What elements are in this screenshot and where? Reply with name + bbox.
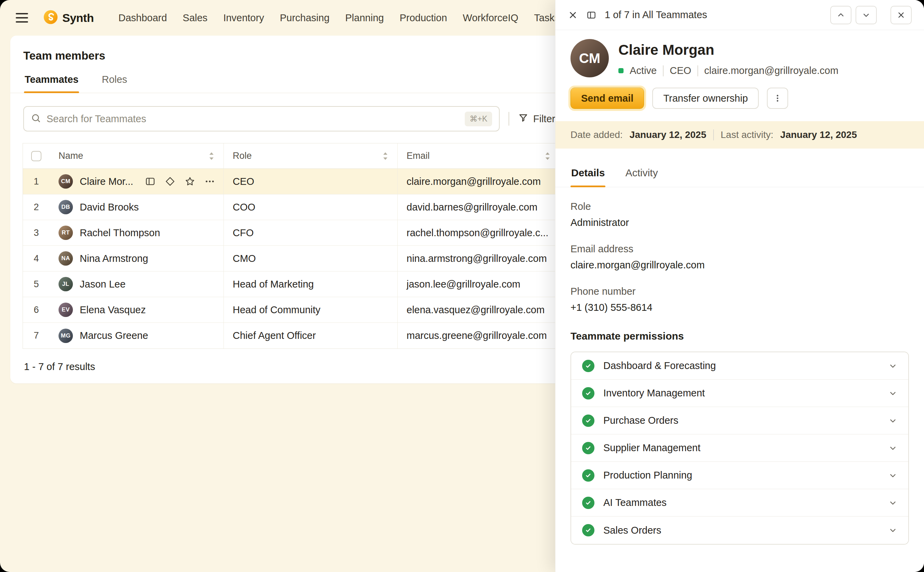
chevron-down-icon — [888, 471, 897, 480]
close-icon[interactable] — [568, 10, 578, 20]
email-cell: rachel.thompson@grillroyale.c... — [397, 220, 559, 246]
row-number: 5 — [23, 272, 50, 297]
table-row[interactable]: 2 DB David Brooks COO david.barnes@grill… — [23, 194, 559, 220]
tab-teammates[interactable]: Teammates — [24, 64, 79, 93]
star-icon[interactable] — [185, 176, 196, 187]
check-circle-icon — [582, 360, 595, 372]
send-email-button[interactable]: Send email — [570, 88, 644, 109]
previous-record-button[interactable] — [830, 6, 851, 24]
app-window: Synth Dashboard Sales Inventory Purchasi… — [0, 0, 924, 572]
table-row[interactable]: 4 NA Nina Armstrong CMO nina.armstrong@g… — [23, 246, 559, 272]
permission-item[interactable]: Inventory Management — [571, 379, 908, 407]
table-row[interactable]: 3 RT Rachel Thompson CFO rachel.thompson… — [23, 220, 559, 246]
expand-panel-icon[interactable] — [586, 10, 596, 20]
name-cell: EV Elena Vasquez — [50, 297, 224, 322]
teammate-name: Claire Mor... — [80, 176, 133, 187]
nav-item-purchasing[interactable]: Purchasing — [280, 12, 329, 23]
name-cell: DB David Brooks — [50, 194, 224, 220]
more-options-button[interactable] — [767, 88, 788, 109]
menu-icon[interactable] — [16, 13, 28, 23]
check-circle-icon — [582, 524, 595, 536]
role-cell: Chief Agent Officer — [224, 323, 397, 348]
permission-item[interactable]: Dashboard & Forecasting — [571, 352, 908, 379]
table-row[interactable]: 5 JL Jason Lee Head of Marketing jason.l… — [23, 272, 559, 297]
sort-icon[interactable] — [382, 152, 388, 160]
avatar: DB — [59, 200, 73, 214]
email-cell: nina.armstrong@grillroyale.com — [397, 246, 559, 271]
email-cell: jason.lee@grillroyale.com — [397, 272, 559, 297]
row-number: 2 — [23, 194, 50, 220]
email-text: claire.morgan@grillroyale.com — [704, 65, 839, 76]
search-input[interactable] — [47, 113, 459, 124]
diamond-icon[interactable] — [165, 176, 175, 187]
field-role: Role Administrator — [570, 201, 909, 228]
column-header-email[interactable]: Email — [397, 143, 559, 168]
panel-tabs: Details Activity — [556, 157, 924, 187]
next-record-button[interactable] — [856, 6, 877, 24]
avatar: CM — [570, 39, 609, 77]
table-row[interactable]: 1 CM Claire Mor... CEO claire.morgan@gri… — [23, 169, 559, 194]
name-cell: JL Jason Lee — [50, 272, 224, 297]
kebab-icon — [773, 93, 782, 103]
filter-button[interactable]: Filter — [518, 113, 555, 125]
tab-activity[interactable]: Activity — [624, 157, 658, 187]
tab-details[interactable]: Details — [570, 157, 606, 187]
nav-item-dashboard[interactable]: Dashboard — [118, 12, 167, 23]
chevron-down-icon — [888, 498, 897, 507]
open-panel-icon[interactable] — [145, 176, 156, 187]
table-row[interactable]: 6 EV Elena Vasquez Head of Community ele… — [23, 297, 559, 323]
teammate-detail-panel: 1 of 7 in All Teammates CM Claire Morgan… — [555, 0, 924, 572]
close-icon — [897, 11, 905, 20]
name-cell: RT Rachel Thompson — [50, 220, 224, 246]
sort-icon[interactable] — [545, 152, 551, 160]
teammate-name: Rachel Thompson — [80, 227, 160, 239]
search-box[interactable]: ⌘+K — [23, 106, 500, 131]
last-activity-value: January 12, 2025 — [780, 129, 857, 140]
transfer-ownership-button[interactable]: Transfer ownership — [652, 88, 759, 109]
table-row[interactable]: 7 MG Marcus Greene Chief Agent Officer m… — [23, 323, 559, 348]
check-circle-icon — [582, 442, 595, 454]
status-row: Active CEO claire.morgan@grillroyale.com — [618, 65, 839, 76]
teammate-name: Nina Armstrong — [80, 253, 148, 264]
permission-item[interactable]: Purchase Orders — [571, 407, 908, 434]
keyboard-shortcut-badge: ⌘+K — [465, 112, 492, 126]
permission-item[interactable]: Production Planning — [571, 462, 908, 489]
chevron-down-icon — [888, 444, 897, 452]
permissions-title: Teammate permissions — [570, 330, 909, 342]
avatar: NA — [59, 251, 73, 266]
chevron-up-icon — [836, 11, 845, 20]
check-circle-icon — [582, 415, 595, 427]
role-cell: CEO — [224, 169, 397, 194]
details-body: Role Administrator Email address claire.… — [556, 187, 924, 545]
nav-item-production[interactable]: Production — [400, 12, 447, 23]
check-circle-icon — [582, 469, 595, 482]
search-icon — [31, 113, 41, 124]
nav-item-planning[interactable]: Planning — [345, 12, 384, 23]
nav-item-sales[interactable]: Sales — [183, 12, 208, 23]
nav-item-workforceiq[interactable]: WorkforceIQ — [463, 12, 518, 23]
tab-roles[interactable]: Roles — [101, 64, 127, 93]
name-cell: MG Marcus Greene — [50, 323, 224, 348]
sort-icon[interactable] — [208, 152, 214, 160]
name-cell: CM Claire Mor... — [50, 169, 224, 194]
permission-item[interactable]: Supplier Management — [571, 434, 908, 462]
select-all-checkbox[interactable] — [31, 151, 41, 161]
row-number: 6 — [23, 297, 50, 322]
row-number: 7 — [23, 323, 50, 348]
close-panel-button[interactable] — [890, 6, 912, 24]
email-cell: david.barnes@grillroyale.com — [397, 194, 559, 220]
avatar: CM — [59, 174, 73, 189]
nav-item-inventory[interactable]: Inventory — [223, 12, 264, 23]
permission-item[interactable]: AI Teammates — [571, 489, 908, 516]
column-header-role[interactable]: Role — [224, 143, 397, 168]
role-cell: COO — [224, 194, 397, 220]
chevron-down-icon — [862, 11, 871, 20]
table-header: Name Role Email — [23, 143, 559, 169]
permission-item[interactable]: Sales Orders — [571, 516, 908, 544]
last-activity-label: Last activity: — [721, 129, 773, 140]
column-header-name[interactable]: Name — [50, 143, 224, 168]
brand-logo[interactable]: Synth — [43, 9, 94, 26]
role-cell: CMO — [224, 246, 397, 271]
divider — [713, 129, 714, 140]
more-icon[interactable] — [204, 176, 215, 187]
